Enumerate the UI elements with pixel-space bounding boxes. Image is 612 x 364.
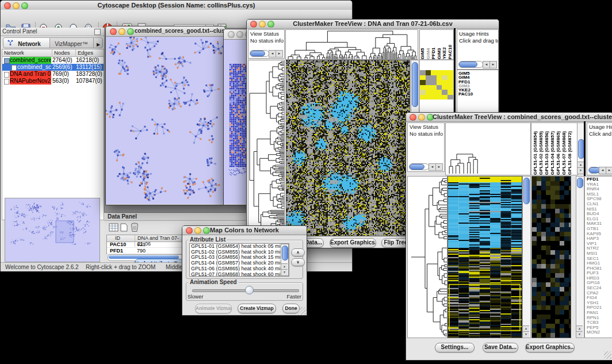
matrix-cell[interactable]	[426, 85, 431, 90]
attribute-list-item[interactable]: GPL51-07 (GSM868) heat shock 60 min	[190, 272, 289, 277]
matrix-cell[interactable]	[447, 80, 453, 85]
treeview2-heatmap-vscrollbar[interactable]: ▲▼	[522, 176, 531, 338]
matrix-cell[interactable]	[420, 70, 426, 75]
col-header-edges[interactable]: Edges	[75, 49, 93, 56]
create-vizmap-button[interactable]: Create Vizmap	[238, 304, 276, 313]
matrix-cell[interactable]	[442, 95, 447, 100]
matrix-cell[interactable]	[431, 85, 437, 90]
matrix-cell[interactable]	[437, 80, 442, 85]
treeview2-row-dendrogram[interactable]	[407, 176, 447, 338]
column-label[interactable]: GPL51-07 (GSM868)	[561, 123, 567, 175]
treeview1-row-dendrogram[interactable]	[248, 60, 285, 236]
network-table-row[interactable]: combined_scores2764(0)16218(0)	[2, 57, 104, 64]
column-label[interactable]: PFD1	[431, 30, 437, 59]
matrix-cell[interactable]	[437, 70, 442, 75]
column-label[interactable]: GPL51-06 (GSM865)	[556, 123, 561, 175]
network-canvas[interactable]	[106, 37, 224, 204]
matrix-cell[interactable]	[437, 90, 442, 95]
network-table-row[interactable]: combined_sco2569(6)13112(15)	[2, 64, 104, 71]
minimize-icon[interactable]	[418, 114, 425, 121]
column-label[interactable]: GIM4	[426, 30, 431, 59]
matrix-cell[interactable]	[442, 75, 447, 81]
treeview1-heatmap[interactable]	[286, 60, 410, 236]
move-up-button[interactable]: ∧	[291, 248, 305, 256]
treeview2-zoom-heatmap[interactable]	[531, 176, 571, 338]
matrix-cell[interactable]	[426, 90, 431, 95]
matrix-cell[interactable]	[420, 85, 426, 90]
matrix-cell[interactable]	[426, 70, 431, 75]
matrix-cell[interactable]	[420, 75, 426, 81]
matrix-cell[interactable]	[431, 90, 437, 95]
slider-thumb[interactable]	[245, 286, 254, 294]
matrix-cell[interactable]	[442, 90, 447, 95]
matrix-cell[interactable]	[431, 80, 437, 85]
col-header-network[interactable]: Network	[4, 49, 24, 56]
tab-overflow-button[interactable]: ▶	[93, 38, 103, 48]
matrix-cell[interactable]	[437, 85, 442, 90]
attribute-list-scrollbar[interactable]: ▲▼	[281, 244, 289, 276]
column-label[interactable]: GPL51-02 (GSM855)	[538, 123, 544, 175]
tab-vizmapper[interactable]: VizMapper™	[49, 38, 93, 48]
column-label[interactable]: PAC10	[447, 30, 453, 59]
usage-hints-scrollbar[interactable]: ◄►	[458, 61, 497, 68]
treeview2-heatmap[interactable]	[447, 176, 522, 338]
gene-label[interactable]: MON2	[587, 330, 612, 335]
data-col-id[interactable]: ID	[115, 235, 120, 241]
treeview1-zoom-matrix[interactable]	[420, 70, 453, 99]
done-button[interactable]: Done	[282, 304, 300, 313]
resize-grip[interactable]	[604, 351, 611, 359]
main-title-bar[interactable]: Cytoscape Desktop (Session Name: collins…	[1, 1, 352, 10]
resize-grip[interactable]	[299, 307, 306, 315]
network-table-row[interactable]: RNAPuberNov2+563(0)107847(0)	[2, 78, 104, 85]
attribute-list-items[interactable]: GPL51-01 (GSM854) heat shock 05 minGPL51…	[190, 244, 289, 277]
matrix-cell[interactable]	[420, 80, 426, 85]
minimize-icon[interactable]	[118, 28, 125, 35]
column-label[interactable]: GPL51-04 (GSM857)	[550, 123, 556, 175]
network-window-title-bar[interactable]: combined_scores_good.txt--cluste...	[106, 26, 225, 37]
matrix-cell[interactable]	[420, 90, 426, 95]
data-table-row[interactable]: PFD1790	[107, 248, 185, 254]
close-icon[interactable]	[110, 28, 117, 35]
dialog-title-bar[interactable]: Map Colors to Network	[182, 226, 307, 235]
save-data-button[interactable]: Save Data...	[483, 343, 518, 352]
export-graphics-button[interactable]: Export Graphics...	[525, 343, 575, 352]
matrix-cell[interactable]	[447, 70, 453, 75]
column-label[interactable]: GIM3	[437, 30, 442, 59]
usage-hints-scrollbar[interactable]: ◄►	[588, 167, 612, 174]
tab-network[interactable]: Network	[3, 38, 50, 48]
new-document-icon[interactable]	[120, 223, 128, 232]
treeview1-column-labels[interactable]: GIM5GIM4PFD1GIM3YKE2PAC10	[419, 29, 454, 60]
table-icon[interactable]	[109, 223, 118, 232]
treeview1-title-bar[interactable]: ClusterMaker TreeView : DNA and Tran 07-…	[247, 20, 499, 29]
treeview2-column-labels[interactable]: GPL51-01 (GSM854)GPL51-02 (GSM855)GPL51-…	[531, 122, 578, 175]
animation-speed-slider[interactable]	[192, 286, 298, 294]
network-table-row[interactable]: DNA and Tran 07769(0)183728(0)	[2, 71, 104, 78]
gene-label[interactable]: PAC10	[458, 92, 498, 96]
matrix-cell[interactable]	[442, 70, 447, 75]
matrix-cell[interactable]	[442, 85, 447, 90]
export-graphics-button[interactable]: Export Graphics...	[330, 238, 376, 248]
column-label[interactable]: YKE2	[442, 30, 447, 59]
matrix-cell[interactable]	[447, 95, 453, 100]
zoom-window-icon[interactable]	[127, 28, 134, 35]
column-label[interactable]: GPL51-01 (GSM854)	[533, 123, 538, 175]
matrix-cell[interactable]	[426, 95, 431, 100]
treeview2-gene-labels[interactable]: PFD1YRA1RNR4MSL1SPC98CLN1NIS1BUD4ELG1MAK…	[585, 177, 612, 335]
column-label[interactable]: GIM5	[420, 30, 426, 59]
close-icon[interactable]	[410, 114, 416, 121]
matrix-cell[interactable]	[447, 75, 453, 81]
matrix-cell[interactable]	[447, 85, 453, 90]
close-icon[interactable]	[228, 31, 235, 38]
column-label[interactable]: GPL51-08 (GSM872)	[567, 123, 573, 175]
matrix-cell[interactable]	[420, 95, 426, 100]
treeview2-title-bar[interactable]: ClusterMaker TreeView : combined_scores_…	[406, 113, 612, 122]
matrix-cell[interactable]	[447, 90, 453, 95]
treeview2-column-dendrogram[interactable]	[445, 122, 531, 175]
network-overview-panel[interactable]	[5, 198, 100, 262]
view-status-scrollbar[interactable]: ◄►	[250, 50, 283, 57]
move-down-button[interactable]: ∨	[291, 258, 305, 266]
matrix-cell[interactable]	[431, 75, 437, 81]
float-panel-icon[interactable]	[94, 29, 101, 35]
treeview1-gene-labels[interactable]: GIM5GIM4PFD1GIM3YKE2PAC10	[457, 70, 498, 97]
matrix-cell[interactable]	[431, 95, 437, 100]
